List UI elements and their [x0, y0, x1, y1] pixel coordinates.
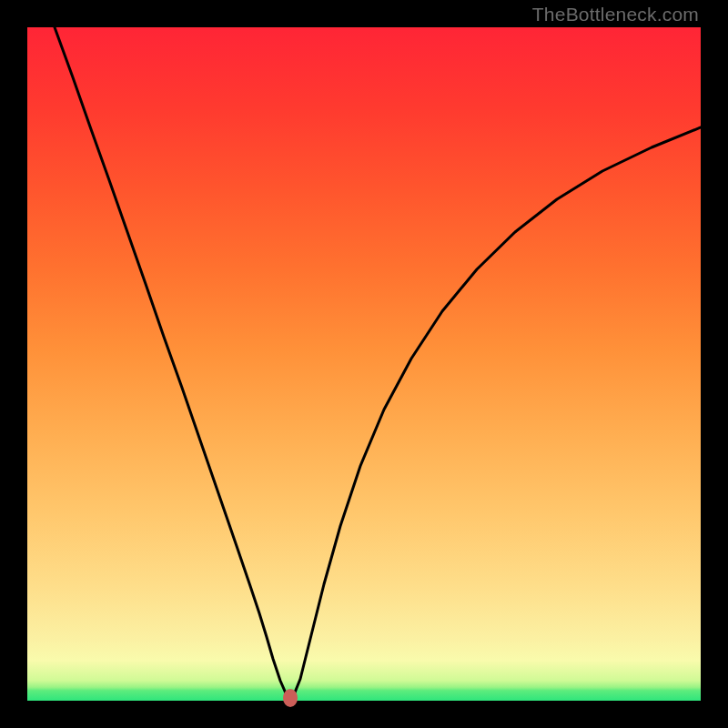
chart-plot-area [27, 27, 701, 701]
chart-frame: TheBottleneck.com [0, 0, 728, 728]
attribution-text: TheBottleneck.com [532, 4, 699, 25]
bottleneck-curve-path [55, 27, 701, 697]
chart-curve [27, 27, 701, 701]
minimum-marker-dot [283, 689, 298, 707]
